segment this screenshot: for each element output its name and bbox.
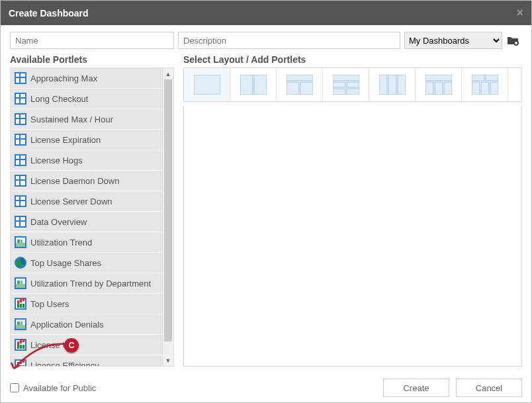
scroll-up-icon[interactable]: ▲: [163, 68, 173, 79]
svg-rect-22: [481, 82, 489, 95]
portlet-label: Top Usage Shares: [30, 258, 101, 268]
svg-rect-14: [398, 75, 406, 95]
portlet-label: Long Checkout: [30, 94, 88, 104]
dialog-title: Create Dashboard: [9, 8, 89, 19]
scroll-down-icon[interactable]: ▼: [163, 355, 173, 366]
svg-rect-2: [240, 75, 253, 95]
portlet-label: License Daemon Down: [30, 176, 119, 186]
portlet-item[interactable]: License Server Down: [11, 191, 162, 212]
portlet-item[interactable]: Top Users: [11, 294, 162, 314]
portlet-label: License Hogs: [30, 156, 83, 165]
svg-rect-23: [490, 82, 498, 95]
portlet-list: Approaching MaxLong CheckoutSustained Ma…: [11, 68, 162, 366]
bar-icon: [15, 339, 26, 351]
svg-rect-12: [379, 75, 387, 95]
svg-rect-8: [333, 82, 345, 87]
layout-option-single[interactable]: [184, 68, 230, 101]
grid-icon: [15, 72, 26, 84]
portlet-label: Utilization Trend by Department: [30, 279, 151, 289]
portlet-label: License Server Down: [30, 197, 112, 206]
name-input[interactable]: [10, 32, 174, 49]
grid-icon: [15, 113, 26, 125]
scroll-thumb[interactable]: [164, 79, 172, 341]
grid-icon: [15, 195, 26, 207]
chart-icon: [15, 277, 26, 289]
portlet-item[interactable]: License Daemon Down: [11, 171, 162, 191]
svg-rect-9: [347, 82, 359, 87]
chart-icon: [15, 236, 26, 248]
svg-rect-21: [472, 82, 480, 95]
create-button[interactable]: Create: [383, 379, 449, 397]
svg-rect-18: [444, 82, 452, 95]
chart-icon: [15, 318, 26, 330]
layout-option-two-col[interactable]: [230, 68, 277, 101]
portlet-item[interactable]: License Expiration: [11, 130, 162, 150]
portlet-item[interactable]: License Use: [11, 335, 162, 355]
pie-icon: [15, 257, 26, 269]
portlet-item[interactable]: Application Denials: [11, 314, 162, 335]
layout-canvas[interactable]: [183, 106, 522, 367]
portlet-item[interactable]: Utilization Trend by Department: [11, 273, 162, 294]
portlet-item[interactable]: Long Checkout: [11, 89, 162, 109]
portlet-item[interactable]: Approaching Max: [11, 68, 162, 89]
svg-rect-5: [287, 82, 299, 95]
portlet-scrollbar[interactable]: ▲ ▼: [162, 68, 173, 366]
portlet-label: License Use: [30, 340, 78, 350]
portlet-item[interactable]: Sustained Max / Hour: [11, 109, 162, 130]
svg-rect-13: [388, 75, 396, 95]
layout-options: [183, 67, 522, 102]
portlet-item[interactable]: Data Overview: [11, 212, 162, 232]
portlet-label: License Expiration: [30, 135, 101, 145]
available-for-public-checkbox[interactable]: Available for Public: [10, 383, 96, 393]
layout-option-complex-a[interactable]: [416, 68, 462, 101]
svg-rect-17: [435, 82, 443, 95]
cancel-button[interactable]: Cancel: [456, 379, 522, 397]
svg-rect-4: [287, 75, 313, 81]
grid-icon: [15, 134, 26, 146]
svg-rect-6: [300, 82, 313, 95]
portlet-label: Data Overview: [30, 217, 87, 227]
layout-option-header-grid[interactable]: [323, 68, 369, 101]
svg-rect-20: [486, 75, 498, 81]
portlet-item[interactable]: Utilization Trend: [11, 232, 162, 253]
svg-rect-7: [333, 75, 359, 81]
portlet-label: Sustained Max / Hour: [30, 114, 113, 124]
svg-rect-15: [425, 75, 452, 81]
add-folder-icon[interactable]: [506, 34, 519, 47]
svg-rect-10: [333, 89, 345, 95]
description-input[interactable]: [178, 32, 400, 49]
svg-rect-3: [254, 75, 267, 95]
portlet-item[interactable]: License Efficiency: [11, 355, 162, 366]
public-checkbox-label: Available for Public: [23, 383, 96, 393]
select-layout-heading: Select Layout / Add Portlets: [183, 54, 522, 65]
bar-icon: [15, 298, 26, 310]
close-icon[interactable]: ×: [516, 6, 523, 20]
portlet-label: Approaching Max: [30, 73, 97, 83]
svg-rect-16: [425, 82, 433, 95]
portlet-label: Utilization Trend: [30, 238, 92, 247]
grid-icon: [15, 93, 26, 105]
bar-icon: [15, 359, 26, 366]
svg-rect-11: [347, 89, 359, 95]
location-select[interactable]: My Dashboards: [404, 32, 502, 49]
portlet-label: Top Users: [30, 299, 69, 309]
portlet-label: Application Denials: [30, 320, 104, 330]
available-portlets-heading: Available Portlets: [10, 54, 174, 65]
portlet-item[interactable]: License Hogs: [11, 150, 162, 171]
portlet-label: License Efficiency: [30, 361, 99, 367]
portlet-item[interactable]: Top Usage Shares: [11, 253, 162, 273]
grid-icon: [15, 175, 26, 187]
grid-icon: [15, 154, 26, 166]
layout-option-complex-b[interactable]: [462, 68, 508, 101]
grid-icon: [15, 216, 26, 228]
layout-option-three-col[interactable]: [369, 68, 416, 101]
svg-rect-1: [194, 75, 220, 95]
svg-rect-19: [472, 75, 484, 81]
layout-option-header-two[interactable]: [277, 68, 323, 101]
public-checkbox-input[interactable]: [10, 383, 19, 392]
